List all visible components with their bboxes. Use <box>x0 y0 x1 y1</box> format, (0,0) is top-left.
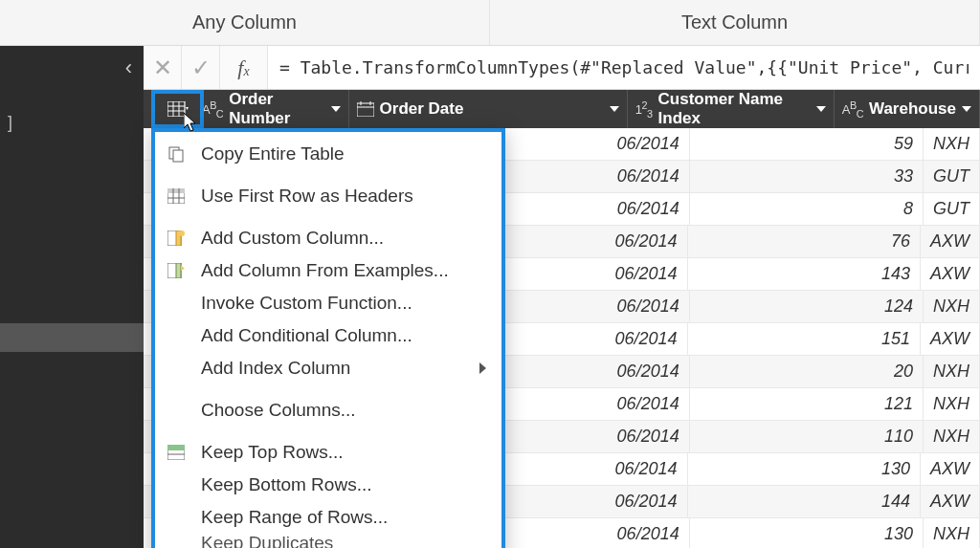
filter-dropdown-icon[interactable] <box>962 106 971 112</box>
cell-customer-index: 124 <box>690 291 924 322</box>
table-icon <box>167 101 189 117</box>
svg-rect-9 <box>167 101 185 117</box>
fx-icon[interactable]: fx <box>220 46 268 89</box>
menu-label: Copy Entire Table <box>201 143 345 164</box>
column-header-order-number[interactable]: ABC Order Number <box>194 90 349 128</box>
column-label: Warehouse <box>869 99 956 119</box>
menu-label: Invoke Custom Function... <box>201 293 412 314</box>
ribbon-label: Any Column <box>192 11 297 33</box>
svg-rect-15 <box>173 150 183 162</box>
cell-customer-index: 130 <box>690 518 924 548</box>
empty-icon <box>163 400 189 421</box>
cell-warehouse: GUT <box>924 193 980 225</box>
cell-warehouse: AXW <box>921 323 980 355</box>
abc-type-icon: ABC <box>842 99 863 120</box>
cell-warehouse: AXW <box>921 258 980 290</box>
queries-sidebar: ‹ ] <box>0 46 144 548</box>
cell-warehouse: GUT <box>924 161 980 192</box>
column-label: Order Number <box>229 90 324 128</box>
column-header-warehouse[interactable]: ABC Warehouse <box>835 90 980 128</box>
cell-warehouse: NXH <box>924 291 980 322</box>
cell-warehouse: NXH <box>924 518 980 548</box>
menu-copy-entire-table[interactable]: Copy Entire Table <box>155 138 501 170</box>
cell-warehouse: NXH <box>924 388 980 420</box>
menu-keep-duplicates[interactable]: Keep Duplicates <box>155 534 501 548</box>
cell-customer-index: 20 <box>690 356 924 387</box>
keep-rows-icon <box>163 442 189 463</box>
svg-rect-27 <box>167 445 185 450</box>
grid-header: ABC Order Number Order Date 123 Customer… <box>144 90 980 128</box>
empty-icon <box>163 474 189 495</box>
filter-dropdown-icon[interactable] <box>610 106 619 112</box>
empty-icon <box>163 293 189 314</box>
menu-keep-bottom-rows[interactable]: Keep Bottom Rows... <box>155 469 501 501</box>
query-item-selected[interactable] <box>0 323 144 352</box>
cell-customer-index: 76 <box>688 226 921 257</box>
empty-icon <box>163 507 189 528</box>
cancel-formula-button[interactable]: ✕ <box>144 46 182 89</box>
menu-keep-range-of-rows[interactable]: Keep Range of Rows... <box>155 501 501 534</box>
accept-formula-button[interactable]: ✓ <box>182 46 220 89</box>
column-header-order-date[interactable]: Order Date <box>349 90 628 128</box>
menu-add-conditional-column[interactable]: Add Conditional Column... <box>155 319 501 352</box>
cell-customer-index: 151 <box>688 323 921 355</box>
menu-label: Add Index Column <box>201 358 350 379</box>
cell-warehouse: NXH <box>924 356 980 387</box>
formula-bar: ✕ ✓ fx <box>144 46 980 90</box>
cell-customer-index: 110 <box>690 421 924 452</box>
number-type-icon: 123 <box>635 99 653 120</box>
cell-customer-index: 59 <box>690 128 924 160</box>
svg-point-23 <box>179 230 185 236</box>
formula-input[interactable] <box>268 46 980 89</box>
empty-icon <box>163 358 189 379</box>
menu-label: Add Custom Column... <box>201 228 384 249</box>
filter-dropdown-icon[interactable] <box>331 106 341 112</box>
column-examples-icon <box>163 260 189 281</box>
menu-choose-columns[interactable]: Choose Columns... <box>155 394 501 427</box>
menu-label: Add Conditional Column... <box>201 325 412 346</box>
cell-customer-index: 8 <box>690 193 924 225</box>
menu-label: Keep Range of Rows... <box>201 507 388 528</box>
cell-customer-index: 143 <box>688 258 921 290</box>
svg-rect-17 <box>167 188 185 193</box>
cell-warehouse: AXW <box>921 486 980 517</box>
abc-type-icon: ABC <box>202 99 223 120</box>
cell-customer-index: 121 <box>690 388 924 420</box>
svg-rect-25 <box>176 263 181 278</box>
cell-customer-index: 130 <box>688 453 921 485</box>
ribbon-group-any-column: Any Column <box>0 0 490 45</box>
ribbon-group-text-column: Text Column <box>490 0 980 45</box>
menu-add-column-from-examples[interactable]: Add Column From Examples... <box>155 254 501 287</box>
cell-warehouse: AXW <box>921 226 980 257</box>
filter-dropdown-icon[interactable] <box>816 106 826 112</box>
menu-label: Keep Duplicates <box>201 534 333 548</box>
copy-icon <box>163 143 189 164</box>
cell-warehouse: NXH <box>924 128 980 160</box>
menu-add-index-column[interactable]: Add Index Column <box>155 352 501 384</box>
column-label: Order Date <box>380 99 464 119</box>
cell-warehouse: NXH <box>924 421 980 452</box>
svg-rect-5 <box>357 103 374 117</box>
menu-keep-top-rows[interactable]: Keep Top Rows... <box>155 436 501 469</box>
empty-icon <box>163 534 189 548</box>
cell-warehouse: AXW <box>921 453 980 485</box>
cell-customer-index: 33 <box>690 161 924 192</box>
table-corner-highlight <box>151 90 204 128</box>
menu-label: Keep Top Rows... <box>201 442 344 463</box>
column-header-customer-index[interactable]: 123 Customer Name Index <box>628 90 835 128</box>
menu-use-first-row-as-headers[interactable]: Use First Row as Headers <box>155 180 501 212</box>
menu-add-custom-column[interactable]: Add Custom Column... <box>155 222 501 254</box>
query-item[interactable]: ] <box>8 113 12 133</box>
menu-invoke-custom-function[interactable]: Invoke Custom Function... <box>155 287 501 319</box>
empty-icon <box>163 325 189 346</box>
custom-column-icon <box>163 228 189 249</box>
menu-label: Keep Bottom Rows... <box>201 474 371 495</box>
table-context-menu: Copy Entire Table Use First Row as Heade… <box>151 128 505 548</box>
table-header-icon <box>163 186 189 207</box>
menu-label: Choose Columns... <box>201 400 356 421</box>
calendar-icon <box>357 101 374 117</box>
ribbon: Any Column Text Column <box>0 0 980 46</box>
menu-label: Use First Row as Headers <box>201 186 413 207</box>
sidebar-collapse-button[interactable]: ‹ <box>125 55 132 80</box>
menu-label: Add Column From Examples... <box>201 260 449 281</box>
